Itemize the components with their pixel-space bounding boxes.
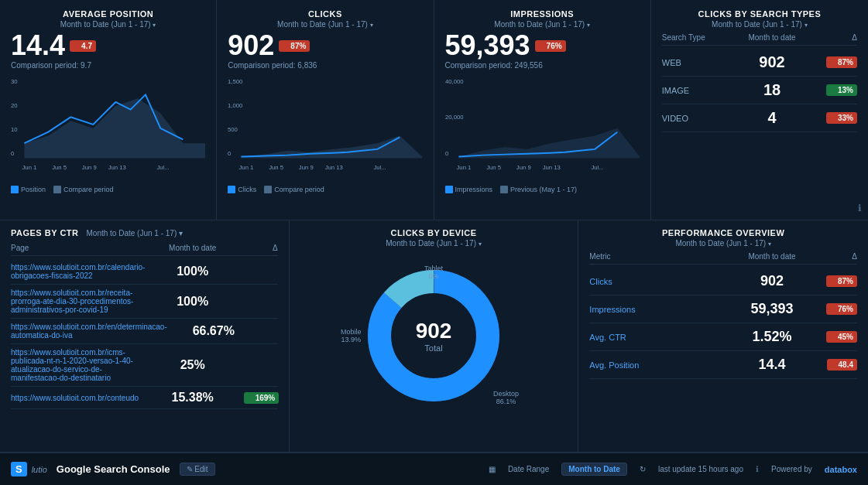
search-types-table: Search Type Month to date Δ WEB 902 87% … [662,33,857,132]
donut-total-label: Total [416,343,452,353]
st-value-video: 4 [733,109,811,127]
date-range-label: Date Range [508,465,549,473]
trend-down-icon [830,279,836,284]
table-row: https://www.solutioit.com.br/receita-pro… [11,285,278,319]
avg-position-chart: 30 20 10 0 Jun 1 Jun 5 Jun 9 Jun 13 Jul.… [11,74,205,183]
svg-text:Jun 5: Jun 5 [52,164,67,171]
app-logo: S lutio [11,462,47,476]
perf-delta-ctr: 45% [811,331,857,343]
performance-subtitle[interactable]: Month to Date (Jun 1 - 17) ▾ [589,239,857,248]
date-range-badge[interactable]: Month to Date [561,463,627,476]
search-type-row-image: IMAGE 18 13% [662,77,857,104]
trend-up-icon [248,395,254,400]
page-link[interactable]: https://www.solutioit.com.br/en/determin… [11,323,167,340]
page-link[interactable]: https://www.solutioit.com.br/calendario-… [11,263,146,280]
perf-delta-clicks: 87% [811,275,857,288]
page-link[interactable]: https://www.solutioit.com.br/conteudo [11,394,146,402]
pages-ctr-panel: PAGES BY CTR Month to Date (Jun 1 - 17) … [0,220,290,452]
chevron-down-icon: ▾ [587,22,590,29]
perf-label-clicks: Clicks [589,277,733,286]
top-row: AVERAGE POSITION Month to Date (Jun 1 - … [0,0,868,220]
svg-text:500: 500 [228,126,238,133]
impressions-panel: IMPRESSIONS Month to Date (Jun 1 - 17) ▾… [434,0,651,220]
perf-col-metric: Metric [589,252,733,261]
impressions-subtitle[interactable]: Month to Date (Jun 1 - 17) ▾ [445,20,640,29]
svg-text:Jun 1: Jun 1 [239,164,254,171]
legend-clicks-compare-label: Compare period [274,186,324,193]
svg-text:1,500: 1,500 [228,78,242,85]
impressions-legend: Impressions Previous (May 1 - 17) [445,186,640,193]
page-delta: 169% [239,392,278,404]
performance-panel: PERFORMANCE OVERVIEW Month to Date (Jun … [578,220,868,452]
avg-position-subtitle[interactable]: Month to Date (Jun 1 - 17) ▾ [11,20,205,29]
page-link[interactable]: https://www.solutioit.com.br/receita-pro… [11,289,146,314]
tablet-label: Tablet [424,265,443,272]
chevron-down-icon: ▾ [179,229,183,237]
clicks-by-device-subtitle[interactable]: Month to Date (Jun 1 - 17) ▾ [386,239,482,248]
svg-text:Jun 5: Jun 5 [269,164,283,171]
svg-text:Jun 9: Jun 9 [82,164,97,171]
perf-label-impressions: Impressions [589,305,733,314]
clicks-comparison: Comparison period: 6,836 [228,61,422,70]
impressions-badge: 76% [535,40,566,52]
table-row: https://www.solutioit.com.br/icms-public… [11,344,278,387]
clicks-chart: 1,500 1,000 500 0 Jun 1 Jun 5 Jun 9 Jun … [228,74,422,183]
chevron-down-icon: ▾ [370,22,373,29]
legend-clicks-icon [228,186,235,193]
clicks-by-search-subtitle[interactable]: Month to Date (Jun 1 - 17) ▾ [662,20,857,29]
st-col-search: Search Type [662,33,733,42]
page-value: 25% [146,358,239,372]
impressions-value: 59,393 [445,32,530,60]
perf-delta-position: 48.4 [811,359,857,371]
trend-down-icon [830,116,836,121]
avg-position-title: AVERAGE POSITION [11,9,205,19]
info-icon: ℹ [858,203,862,213]
avg-position-value: 14.4 [11,32,65,60]
perf-row-position: Avg. Position 14.4 48.4 [589,351,857,379]
page-link[interactable]: https://www.solutioit.com.br/icms-public… [11,348,146,382]
svg-text:0: 0 [228,150,231,157]
perf-label-position: Avg. Position [589,360,733,370]
st-value-web: 902 [733,53,811,71]
legend-compare-label: Compare period [63,186,114,193]
search-type-row-video: VIDEO 4 33% [662,104,857,132]
trend-down-icon [830,60,836,65]
svg-text:Jul...: Jul... [591,164,603,171]
svg-text:Jul...: Jul... [156,164,169,171]
app-title: Google Search Console [57,463,170,475]
clicks-by-device-panel: CLICKS BY DEVICE Month to Date (Jun 1 - … [290,220,579,452]
donut-chart: Tablet 0% Mobile 13.9% Desktop 86.1% 902… [356,258,511,413]
clicks-subtitle[interactable]: Month to Date (Jun 1 - 17) ▾ [228,20,422,29]
edit-button[interactable]: ✎ Edit [180,463,215,476]
impressions-comparison: Comparison period: 249,556 [445,61,640,70]
trend-down-icon [283,43,289,48]
st-delta-web: 87% [811,56,857,69]
perf-value-position: 14.4 [733,357,811,373]
trend-up-icon [830,88,836,93]
pages-ctr-subtitle[interactable]: Month to Date (Jun 1 - 17) ▾ [87,229,184,237]
clicks-by-search-panel: CLICKS BY SEARCH TYPES Month to Date (Ju… [651,0,868,220]
legend-impressions-prev-icon [500,186,508,193]
page-value: 100% [146,295,239,309]
impressions-title: IMPRESSIONS [445,9,640,19]
svg-text:0: 0 [11,150,14,157]
legend-clicks-compare-icon [264,186,272,193]
legend-impressions-label: Impressions [455,186,493,193]
table-row: https://www.solutioit.com.br/calendario-… [11,259,278,285]
logo-icon: S [11,462,27,476]
date-range-icon: ▦ [489,465,496,473]
desktop-label: Desktop [493,390,519,398]
svg-text:Jun 13: Jun 13 [108,164,126,171]
donut-center: 902 Total [416,319,452,353]
pages-col-page: Page [11,244,146,252]
svg-text:1,000: 1,000 [228,102,242,109]
trend-down-icon [539,43,545,48]
svg-text:Jun 9: Jun 9 [299,164,314,171]
donut-total-value: 902 [416,319,452,343]
avg-position-comparison: Comparison period: 9.7 [11,61,205,70]
powered-by-label: Powered by [771,465,812,473]
svg-text:20: 20 [11,102,18,109]
avg-position-legend: Position Compare period [11,186,205,193]
trend-down-icon [74,43,80,48]
avg-position-panel: AVERAGE POSITION Month to Date (Jun 1 - … [0,0,217,220]
